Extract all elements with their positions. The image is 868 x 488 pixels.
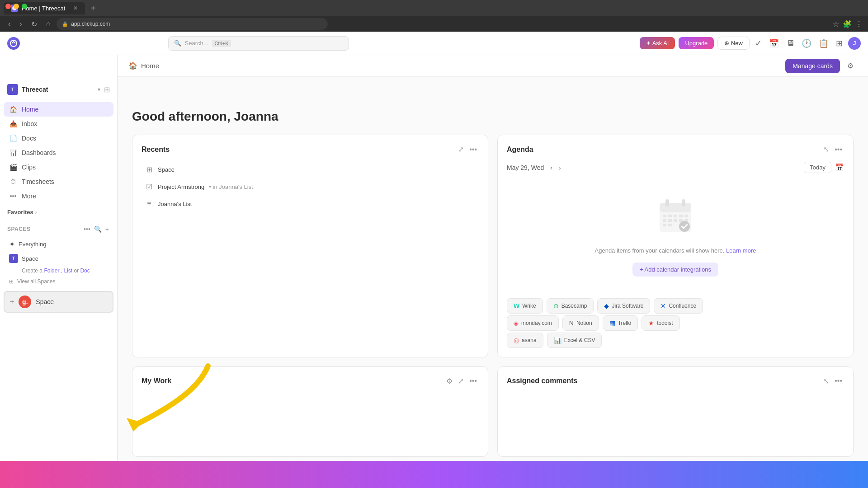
close-window-button[interactable]: [5, 4, 11, 9]
workspace-name: Threecat: [22, 86, 94, 93]
agenda-prev-button[interactable]: ‹: [547, 163, 555, 172]
agenda-empty-state: Agenda items from your calendars will sh…: [507, 180, 844, 295]
home-content-area: Good afternoon, Joanna Recents ⤢ ••• ⊞: [118, 100, 868, 468]
recent-item-project[interactable]: ☑ Project Armstrong • in Joanna's List: [142, 179, 479, 194]
browser-menu-icon[interactable]: ⋮: [855, 20, 863, 28]
sidebar-item-home[interactable]: 🏠 Home: [4, 102, 113, 117]
assigned-compress-button[interactable]: ⤡: [821, 376, 831, 386]
recent-item-space[interactable]: ⊞ Space: [142, 162, 479, 177]
home-settings-button[interactable]: ⚙: [844, 60, 857, 72]
home-header-actions: Manage cards ⚙: [785, 59, 857, 73]
refresh-button[interactable]: ↻: [28, 19, 40, 29]
bookmark-icon[interactable]: ☆: [833, 20, 839, 28]
recents-title: Recents: [142, 145, 170, 154]
create-doc-link[interactable]: Doc: [80, 267, 90, 274]
extensions-icon[interactable]: 🧩: [843, 20, 852, 28]
sidebar-item-dashboards[interactable]: 📊 Dashboards: [4, 145, 113, 160]
agenda-compress-button[interactable]: ⤡: [821, 144, 831, 155]
assigned-comments-card: Assigned comments ⤡ •••: [497, 366, 854, 457]
integration-trello[interactable]: ▦ Trello: [603, 315, 638, 331]
spaces-actions: ••• 🔍 +: [83, 225, 110, 234]
spaces-add-button[interactable]: +: [104, 225, 110, 234]
create-folder-link[interactable]: Folder: [44, 267, 59, 274]
favorites-header[interactable]: Favorites ›: [7, 209, 110, 216]
sidebar-item-inbox[interactable]: 📥 Inbox: [4, 117, 113, 131]
spaces-search-button[interactable]: 🔍: [93, 225, 103, 234]
docs-icon: 📄: [9, 134, 17, 142]
browser-chrome: Home | Threecat ✕ + ‹ › ↻ ⌂ 🔒 app.clicku…: [0, 0, 868, 32]
svg-rect-16: [663, 224, 666, 226]
my-work-expand-button[interactable]: ⤢: [456, 376, 466, 386]
tab-close-button[interactable]: ✕: [73, 5, 78, 11]
home-icon: 🏠: [9, 105, 17, 113]
svg-rect-12: [668, 219, 672, 222]
manage-cards-button[interactable]: Manage cards: [785, 59, 840, 73]
back-button[interactable]: ‹: [5, 19, 13, 29]
add-calendar-button[interactable]: + Add calendar integrations: [632, 263, 718, 277]
view-all-spaces-item[interactable]: ⊞ View all Spaces: [4, 276, 113, 287]
new-tab-button[interactable]: +: [87, 1, 99, 15]
forward-button[interactable]: ›: [17, 19, 24, 29]
agenda-date-row: May 29, Wed ‹ › Today 📅: [507, 162, 844, 173]
asana-icon: ◎: [514, 337, 519, 344]
spaces-more-button[interactable]: •••: [83, 225, 91, 234]
sidebar-item-docs[interactable]: 📄 Docs: [4, 131, 113, 145]
space-more-button[interactable]: •••: [98, 255, 104, 262]
create-list-link[interactable]: List: [64, 267, 72, 274]
recent-item-list[interactable]: ≡ Joanna's List: [142, 196, 479, 211]
home-breadcrumb-icon: 🏠: [128, 61, 137, 70]
recents-expand-button[interactable]: ⤢: [456, 144, 466, 155]
spaces-section-header: Spaces ••• 🔍 +: [7, 225, 110, 234]
my-work-settings-button[interactable]: ⚙: [444, 376, 454, 386]
integration-todoist[interactable]: ★ todoist: [642, 315, 679, 331]
assigned-more-button[interactable]: •••: [833, 376, 844, 386]
create-text: Create a: [22, 267, 42, 274]
my-work-more-button[interactable]: •••: [467, 376, 479, 386]
agenda-right-controls: Today 📅: [804, 162, 844, 173]
recents-more-button[interactable]: •••: [467, 144, 479, 155]
integration-excel[interactable]: 📊 Excel & CSV: [547, 333, 602, 348]
sidebar-item-more[interactable]: ••• More: [4, 189, 113, 203]
browser-bar: ‹ › ↻ ⌂ 🔒 app.clickup.com ☆ 🧩 ⋮: [0, 16, 868, 32]
add-space-plus-button[interactable]: +: [10, 298, 14, 306]
sidebar-toggle-button[interactable]: ⊞: [104, 85, 110, 94]
url-bar[interactable]: 🔒 app.clickup.com: [57, 18, 328, 30]
inbox-icon: 📥: [9, 120, 17, 128]
recents-list: ⊞ Space ☑ Project Armstrong • in Joanna'…: [142, 162, 479, 211]
timesheets-icon: ⏱: [9, 178, 17, 186]
integration-jira[interactable]: ◆ Jira Software: [597, 298, 650, 314]
minimize-window-button[interactable]: [14, 4, 19, 9]
sidebar-item-space[interactable]: T Space ••• +: [4, 251, 113, 266]
agenda-calendar-icon[interactable]: 📅: [835, 163, 844, 172]
assigned-header: Assigned comments ⤡ •••: [498, 367, 853, 394]
agenda-learn-more-link[interactable]: Learn more: [726, 247, 756, 254]
add-space-label: Space: [36, 298, 54, 305]
workspace-dropdown-icon[interactable]: ▾: [98, 86, 100, 93]
agenda-today-button[interactable]: Today: [804, 162, 831, 173]
sidebar-item-timesheets[interactable]: ⏱ Timesheets: [4, 174, 113, 189]
agenda-more-button[interactable]: •••: [833, 144, 844, 155]
integration-confluence[interactable]: ✕ Confluence: [654, 298, 703, 314]
integration-wrike[interactable]: W Wrike: [507, 298, 543, 314]
maximize-window-button[interactable]: [22, 4, 27, 9]
recents-actions: ⤢ •••: [456, 144, 479, 155]
sidebar-item-everything[interactable]: ✦ Everything: [4, 237, 113, 251]
app-logo: [7, 37, 20, 50]
svg-rect-10: [684, 215, 688, 217]
integrations-grid-3: ◎ asana 📊 Excel & CSV: [507, 333, 844, 348]
space-add-button[interactable]: +: [105, 255, 108, 262]
integration-asana[interactable]: ◎ asana: [507, 333, 543, 348]
url-secure-icon: 🔒: [62, 21, 68, 27]
svg-rect-6: [663, 215, 666, 217]
my-work-header: My Work ⚙ ⤢ •••: [132, 367, 488, 394]
integration-basecamp[interactable]: ⊙ Basecamp: [547, 298, 594, 314]
agenda-next-button[interactable]: ›: [556, 163, 564, 172]
add-space-item[interactable]: + g. Space: [4, 291, 113, 313]
home-browser-button[interactable]: ⌂: [43, 19, 53, 29]
agenda-date: May 29, Wed ‹ ›: [507, 163, 564, 172]
integration-notion[interactable]: N Notion: [562, 315, 599, 331]
sidebar-item-dashboards-label: Dashboards: [22, 149, 56, 156]
sidebar-item-clips[interactable]: 🎬 Clips: [4, 160, 113, 174]
integration-monday[interactable]: ◈ monday.com: [507, 315, 559, 331]
cards-grid: Recents ⤢ ••• ⊞ Space ☑ Proje: [132, 135, 854, 457]
